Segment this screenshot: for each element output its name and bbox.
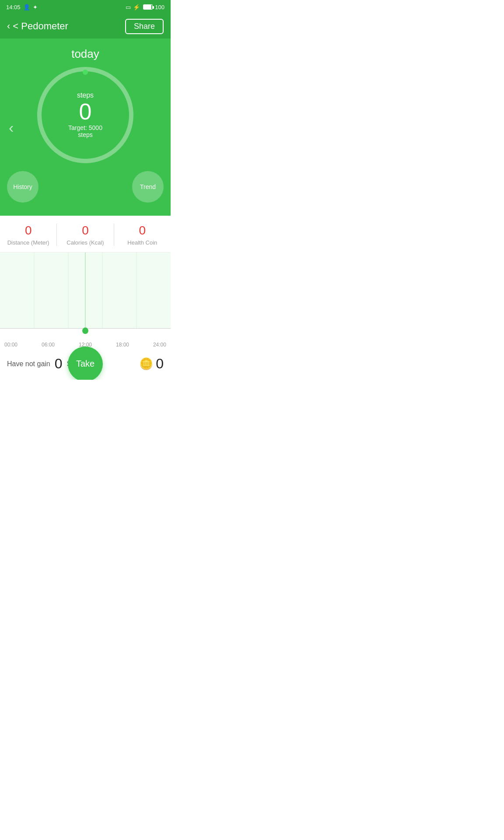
stat-health-coin: 0 Health Coin <box>114 224 171 246</box>
axis-label-4: 24:00 <box>153 342 166 348</box>
steps-value: 0 <box>61 99 109 124</box>
take-button[interactable]: Take <box>68 346 103 380</box>
battery-icon <box>143 4 153 10</box>
share-button[interactable]: Share <box>125 19 164 34</box>
app-title: < Pedometer <box>13 21 68 32</box>
axis-label-3: 18:00 <box>116 342 129 348</box>
app-bar: ‹ < Pedometer Share <box>0 14 171 38</box>
axis-label-1: 06:00 <box>42 342 55 348</box>
steps-label: steps <box>61 91 109 99</box>
coin-icon: 🪙 <box>139 357 153 371</box>
have-not-gain-label: Have not gain <box>7 360 50 368</box>
person-icon: 👤 <box>23 4 30 10</box>
back-button[interactable]: ‹ < Pedometer <box>7 21 68 32</box>
circle-inner: steps 0 Target: 5000 steps <box>61 91 109 138</box>
back-icon: ‹ <box>7 21 10 32</box>
calories-value: 0 <box>57 224 113 238</box>
trend-button[interactable]: Trend <box>132 171 164 203</box>
bolt-icon: ⚡ <box>133 4 140 10</box>
svg-point-12 <box>82 328 88 334</box>
chart-area <box>0 252 171 340</box>
coin-value: 0 <box>156 356 164 372</box>
time: 14:05 <box>6 4 21 10</box>
hero-section: today ‹ steps 0 Target: 5000 steps Histo… <box>0 38 171 216</box>
status-left: 14:05 👤 ✦ <box>6 4 38 10</box>
status-right: ▭ ⚡ 100 <box>126 4 164 10</box>
stat-calories: 0 Calories (Kcal) <box>57 224 114 246</box>
chart-svg <box>0 252 171 340</box>
history-button[interactable]: History <box>7 171 38 203</box>
status-bar: 14:05 👤 ✦ ▭ ⚡ 100 <box>0 0 171 14</box>
circle-buttons: History Trend <box>0 171 171 203</box>
usb-icon: ✦ <box>33 4 38 10</box>
date-label: today <box>71 47 99 61</box>
battery-level: 100 <box>155 4 164 10</box>
screen-icon: ▭ <box>126 4 131 10</box>
bottom-bar: Have not gain 0 Steps Take 🪙 0 <box>0 348 171 380</box>
stat-distance: 0 Distance (Meter) <box>0 224 57 246</box>
bottom-steps-value: 0 <box>55 356 63 372</box>
coin-area: 🪙 0 <box>139 356 164 372</box>
health-coin-label: Health Coin <box>114 239 171 246</box>
distance-value: 0 <box>0 224 56 238</box>
distance-label: Distance (Meter) <box>0 239 56 246</box>
svg-point-1 <box>83 70 88 75</box>
axis-label-0: 00:00 <box>4 342 18 348</box>
health-coin-value: 0 <box>114 224 171 238</box>
prev-day-button[interactable]: ‹ <box>9 119 14 136</box>
calories-label: Calories (Kcal) <box>57 239 113 246</box>
stats-row: 0 Distance (Meter) 0 Calories (Kcal) 0 H… <box>0 216 171 252</box>
steps-circle: steps 0 Target: 5000 steps <box>37 67 133 163</box>
steps-target: Target: 5000 steps <box>61 125 109 139</box>
